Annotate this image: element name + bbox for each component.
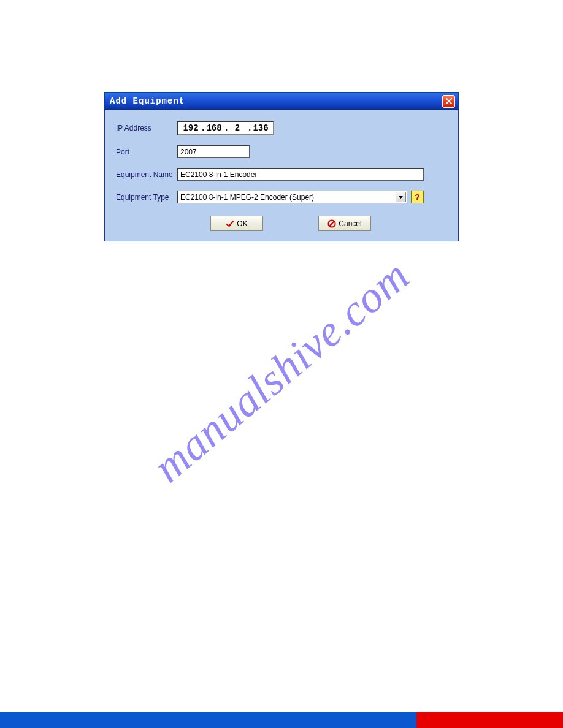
- ok-button[interactable]: OK: [210, 216, 263, 231]
- port-input[interactable]: [177, 145, 250, 158]
- svg-line-1: [330, 221, 335, 226]
- titlebar[interactable]: Add Equipment: [105, 93, 458, 110]
- ip-octet-2[interactable]: 168: [204, 123, 224, 133]
- equipment-name-input[interactable]: [177, 168, 424, 181]
- ip-octet-1[interactable]: 192: [181, 123, 201, 133]
- check-icon: [226, 219, 234, 228]
- label-eqtype: Equipment Type: [116, 193, 177, 202]
- footer-bar: [0, 712, 563, 728]
- footer-red: [416, 712, 563, 728]
- close-icon: [445, 97, 453, 105]
- equipment-type-value: EC2100 8-in-1 MPEG-2 Encoder (Super): [180, 193, 314, 202]
- chevron-down-icon: [399, 196, 403, 199]
- ok-label: OK: [237, 219, 247, 228]
- question-icon: ?: [415, 192, 420, 202]
- row-port: Port: [116, 145, 447, 158]
- cancel-label: Cancel: [339, 219, 361, 228]
- dialog-title: Add Equipment: [110, 96, 185, 106]
- add-equipment-dialog: Add Equipment IP Address 192 . 168 . 2 .…: [104, 92, 459, 241]
- ip-address-input[interactable]: 192 . 168 . 2 . 136: [177, 121, 274, 135]
- footer-blue: [0, 712, 416, 728]
- button-row: OK Cancel: [116, 216, 447, 231]
- equipment-type-wrap: EC2100 8-in-1 MPEG-2 Encoder (Super) ?: [177, 191, 424, 203]
- cancel-button[interactable]: Cancel: [318, 216, 371, 231]
- cancel-icon: [327, 219, 336, 228]
- watermark-text: manualshive.com: [144, 250, 419, 493]
- dropdown-arrow-button[interactable]: [396, 192, 406, 202]
- ip-octet-4[interactable]: 136: [251, 123, 270, 133]
- label-ip: IP Address: [116, 124, 177, 132]
- equipment-type-select[interactable]: EC2100 8-in-1 MPEG-2 Encoder (Super): [177, 191, 407, 203]
- label-port: Port: [116, 148, 177, 156]
- help-button[interactable]: ?: [411, 191, 424, 203]
- row-eqname: Equipment Name: [116, 168, 447, 181]
- row-ip: IP Address 192 . 168 . 2 . 136: [116, 121, 447, 135]
- close-button[interactable]: [442, 95, 455, 108]
- ip-octet-3[interactable]: 2: [228, 123, 247, 133]
- dialog-body: IP Address 192 . 168 . 2 . 136 Port Equi…: [105, 110, 458, 241]
- row-eqtype: Equipment Type EC2100 8-in-1 MPEG-2 Enco…: [116, 191, 447, 203]
- label-eqname: Equipment Name: [116, 170, 177, 179]
